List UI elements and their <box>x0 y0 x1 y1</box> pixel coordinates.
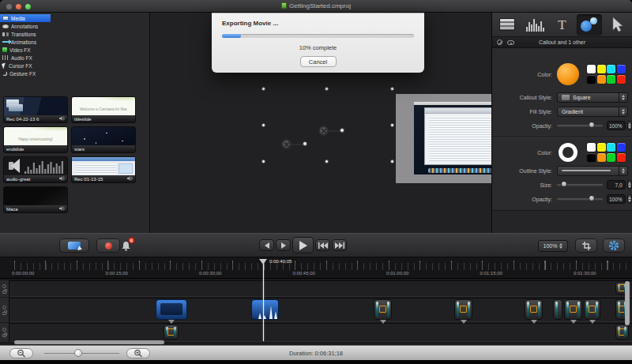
crop-button[interactable] <box>575 238 597 253</box>
callout-clip[interactable] <box>525 299 543 320</box>
fill-opacity-slider[interactable] <box>557 122 603 129</box>
sidebar-item-media[interactable]: Media <box>0 14 51 22</box>
color-swatch[interactable] <box>617 65 626 73</box>
value-stepper-icon[interactable] <box>627 194 632 204</box>
color-swatch[interactable] <box>587 75 596 84</box>
playhead-marker[interactable] <box>259 259 267 265</box>
callout-style-select[interactable]: Square <box>557 92 628 103</box>
step-forward-button[interactable] <box>276 239 291 251</box>
media-item-endslide[interactable]: Happy screencasting!endslide <box>3 126 68 153</box>
tab-audio[interactable] <box>522 14 547 36</box>
selection-handle[interactable] <box>325 159 329 163</box>
video-clip[interactable] <box>156 299 187 320</box>
fill-style-select[interactable]: Gradient <box>557 107 628 117</box>
outline-size-value[interactable]: 7,0 <box>607 180 626 190</box>
timeline-vertical-scrollbar[interactable] <box>625 281 630 325</box>
jump-to-start-button[interactable] <box>315 239 330 251</box>
media-item-rec-04-22-13-6[interactable]: Rec 04-22-13 6 <box>3 96 68 123</box>
timeline-horizontal-scrollbar[interactable] <box>14 340 164 344</box>
notifications-button[interactable]: 6 <box>121 240 132 251</box>
color-swatch[interactable] <box>597 143 606 152</box>
callout-marker[interactable] <box>318 126 329 136</box>
callout-clip[interactable] <box>584 299 600 320</box>
value-stepper-icon[interactable] <box>627 180 632 190</box>
sidebar-item-video-fx[interactable]: Video FX <box>0 46 51 54</box>
selection-handle[interactable] <box>325 87 329 91</box>
track-lock-icon[interactable] <box>2 312 6 315</box>
callout-clip[interactable] <box>454 299 472 320</box>
video-clip[interactable] <box>251 299 279 320</box>
track-header[interactable] <box>0 280 9 297</box>
selection-handle[interactable] <box>390 87 394 91</box>
callout-clip[interactable] <box>564 299 582 320</box>
media-item-stars[interactable]: stars <box>71 126 136 153</box>
sidebar-item-gesture-fx[interactable]: Gesture FX <box>0 69 51 77</box>
jump-to-end-button[interactable] <box>332 239 347 251</box>
color-swatch[interactable] <box>597 153 606 162</box>
tab-callout[interactable] <box>577 14 602 36</box>
color-swatch[interactable] <box>587 143 596 152</box>
value-stepper-icon[interactable] <box>627 121 632 130</box>
track-header[interactable] <box>0 323 9 342</box>
color-swatch[interactable] <box>607 75 615 84</box>
callout-clip[interactable] <box>615 325 629 340</box>
track-visibility-icon[interactable] <box>2 306 6 310</box>
tab-text[interactable]: T <box>549 14 574 36</box>
selection-handle[interactable] <box>390 123 394 127</box>
step-back-button[interactable] <box>259 239 274 251</box>
selection-handle[interactable] <box>390 159 394 163</box>
media-item-maca[interactable]: Maca <box>3 186 68 213</box>
color-swatch[interactable] <box>597 65 606 73</box>
tab-cursor[interactable] <box>604 14 630 36</box>
color-swatch[interactable] <box>587 65 596 73</box>
track-visibility-icon[interactable] <box>2 328 6 332</box>
callout-clip[interactable] <box>164 325 179 340</box>
cancel-button[interactable]: Cancel <box>300 56 337 67</box>
timeline-track[interactable] <box>0 323 632 342</box>
outline-color-well[interactable] <box>559 143 577 162</box>
fill-color-well[interactable] <box>557 63 579 85</box>
playhead-line[interactable] <box>263 264 264 341</box>
record-button[interactable] <box>96 238 120 253</box>
sidebar-item-cursor-fx[interactable]: Cursor FX <box>0 62 51 69</box>
track-lock-icon[interactable] <box>2 334 6 337</box>
sidebar-item-annotations[interactable]: Annotations <box>0 22 51 30</box>
color-swatch[interactable] <box>617 75 626 84</box>
visibility-icon[interactable] <box>507 40 514 45</box>
callout-marker[interactable] <box>281 139 292 149</box>
outline-opacity-slider[interactable] <box>557 195 603 203</box>
callout-handle[interactable] <box>303 141 307 146</box>
selection-handle[interactable] <box>261 159 265 163</box>
add-media-button[interactable] <box>59 238 89 253</box>
play-button[interactable] <box>292 237 314 253</box>
sidebar-item-animations[interactable]: Animations <box>0 38 51 46</box>
color-swatch[interactable] <box>607 153 615 162</box>
sidebar-item-audio-fx[interactable]: Audio FX <box>0 54 51 62</box>
prohibit-icon[interactable] <box>497 39 502 45</box>
color-swatch[interactable] <box>617 153 626 162</box>
color-swatch[interactable] <box>607 143 615 152</box>
selection-handle[interactable] <box>261 123 265 127</box>
color-swatch[interactable] <box>617 143 626 152</box>
media-item-rec-01-13-15[interactable]: Rec 01-13-15 <box>71 156 136 183</box>
track-header[interactable] <box>0 298 9 322</box>
canvas-zoom-select[interactable]: 100% <box>538 240 568 252</box>
outline-style-select[interactable] <box>557 166 628 176</box>
callout-clip[interactable] <box>553 299 562 320</box>
media-item-audio-great[interactable]: audio-great <box>3 156 68 183</box>
color-swatch[interactable] <box>597 75 606 84</box>
timeline-ruler[interactable]: 0:00:00;000:00:15;000:00:30;000:00:45;00… <box>0 257 632 279</box>
selection-handle[interactable] <box>261 87 265 91</box>
media-item-titleslide[interactable]: Welcome to Camtasia for Mactitleslide <box>71 96 136 123</box>
color-swatch[interactable] <box>587 153 596 162</box>
settings-button[interactable] <box>603 238 625 253</box>
sidebar-item-transitions[interactable]: Transitions <box>0 30 51 38</box>
outline-opacity-value[interactable]: 100% <box>607 194 626 204</box>
fill-opacity-value[interactable]: 100% <box>607 121 626 130</box>
callout-handle[interactable] <box>340 128 344 133</box>
callout-clip[interactable] <box>374 299 392 320</box>
tab-media-bin[interactable] <box>495 14 520 36</box>
color-swatch[interactable] <box>607 65 615 73</box>
track-visibility-icon[interactable] <box>2 284 6 288</box>
outline-size-slider[interactable] <box>557 181 603 189</box>
